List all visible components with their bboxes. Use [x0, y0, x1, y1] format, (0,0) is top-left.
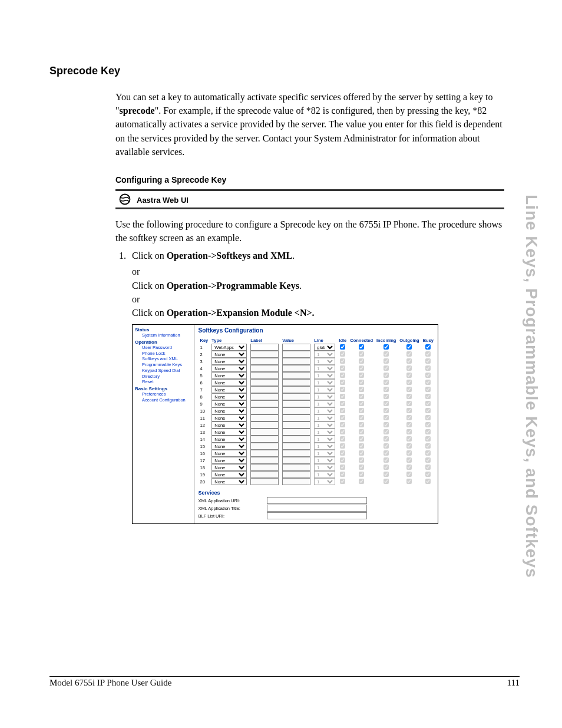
- state-checkbox: [384, 380, 389, 385]
- type-select[interactable]: None: [211, 393, 247, 400]
- type-select[interactable]: WebApps: [211, 344, 247, 351]
- line-select: 1: [314, 358, 335, 365]
- step-1-alternatives: or Click on Operation->Programmable Keys…: [132, 265, 504, 319]
- state-checkbox: [359, 380, 364, 385]
- state-checkbox: [384, 358, 389, 364]
- table-row: 18None1: [199, 464, 435, 471]
- state-checkbox: [340, 415, 345, 420]
- state-checkbox: [425, 457, 431, 463]
- column-header: Incoming: [375, 337, 398, 344]
- state-checkbox: [406, 436, 412, 442]
- state-checkbox: [384, 465, 389, 470]
- type-select[interactable]: None: [211, 443, 247, 450]
- value-input: [282, 379, 310, 386]
- type-select[interactable]: None: [211, 351, 247, 358]
- line-select: 1: [314, 450, 335, 457]
- key-cell: 1: [199, 344, 210, 351]
- or-1: or: [132, 265, 504, 278]
- type-select[interactable]: None: [211, 407, 247, 414]
- key-cell: 19: [199, 471, 210, 478]
- state-checkbox: [359, 443, 364, 449]
- nav-item[interactable]: Keypad Speed Dial: [142, 368, 193, 374]
- services-input[interactable]: [267, 512, 367, 519]
- nav-item[interactable]: Reset: [142, 379, 193, 385]
- nav-item[interactable]: User Password: [142, 345, 193, 351]
- label-input: [250, 443, 279, 450]
- table-row: 9None1: [199, 400, 435, 407]
- nav-item[interactable]: Softkeys and XML: [142, 356, 193, 362]
- services-row: XML Application Title:: [199, 505, 435, 512]
- nav-item[interactable]: Directory: [142, 374, 193, 380]
- type-select[interactable]: None: [211, 414, 247, 421]
- state-checkbox[interactable]: [359, 344, 364, 350]
- state-checkbox[interactable]: [425, 344, 431, 350]
- type-select[interactable]: None: [211, 358, 247, 365]
- state-checkbox: [406, 429, 412, 434]
- state-checkbox: [384, 422, 389, 427]
- type-select[interactable]: None: [211, 421, 247, 429]
- table-row: 7None1: [199, 386, 435, 393]
- type-select[interactable]: None: [211, 464, 247, 471]
- label-input[interactable]: [250, 344, 279, 351]
- state-checkbox: [406, 450, 412, 456]
- web-ui-band-label: Aastra Web UI: [137, 193, 189, 205]
- state-checkbox: [359, 422, 364, 427]
- type-select[interactable]: None: [211, 478, 247, 485]
- state-checkbox: [384, 450, 389, 456]
- state-checkbox: [340, 358, 345, 364]
- table-row: 13None1: [199, 429, 435, 436]
- key-cell: 6: [199, 379, 210, 386]
- state-checkbox: [359, 358, 364, 364]
- line-select: 1: [314, 351, 335, 358]
- type-select[interactable]: None: [211, 386, 247, 393]
- nav-item[interactable]: Phone Lock: [142, 351, 193, 357]
- state-checkbox: [340, 472, 345, 477]
- state-checkbox[interactable]: [384, 344, 389, 350]
- state-checkbox: [406, 457, 412, 463]
- type-select[interactable]: None: [211, 450, 247, 457]
- state-checkbox: [406, 365, 412, 371]
- state-checkbox: [384, 365, 389, 371]
- type-select[interactable]: None: [211, 457, 247, 464]
- nav-item[interactable]: Account Configuration: [142, 397, 193, 403]
- type-select[interactable]: None: [211, 471, 247, 478]
- state-checkbox: [340, 351, 345, 357]
- label-input: [250, 457, 279, 464]
- label-input: [250, 429, 279, 436]
- type-select[interactable]: None: [211, 365, 247, 372]
- state-checkbox: [384, 443, 389, 449]
- type-select[interactable]: None: [211, 400, 247, 407]
- nav-item[interactable]: System Information: [142, 332, 193, 338]
- label-input: [250, 358, 279, 365]
- state-checkbox: [425, 394, 431, 399]
- state-checkbox: [359, 436, 364, 442]
- state-checkbox: [340, 387, 345, 392]
- state-checkbox[interactable]: [340, 344, 345, 350]
- type-select[interactable]: None: [211, 436, 247, 443]
- step-1-alt-2: Click on Operation->Programmable Keys.: [132, 281, 302, 291]
- line-select: 1: [314, 407, 335, 414]
- state-checkbox: [425, 472, 431, 477]
- line-select: 1: [314, 372, 335, 379]
- state-checkbox[interactable]: [406, 344, 412, 350]
- nav-item[interactable]: Programmable Keys: [142, 362, 193, 368]
- type-select[interactable]: None: [211, 372, 247, 379]
- state-checkbox: [406, 479, 412, 484]
- table-row: 1WebAppsglobal: [199, 344, 435, 351]
- state-checkbox: [359, 373, 364, 378]
- value-input[interactable]: [282, 344, 310, 351]
- key-cell: 9: [199, 400, 210, 407]
- type-select[interactable]: None: [211, 379, 247, 386]
- state-checkbox: [384, 479, 389, 484]
- nav-item[interactable]: Preferences: [142, 391, 193, 397]
- state-checkbox: [340, 380, 345, 385]
- state-checkbox: [384, 394, 389, 399]
- state-checkbox: [340, 401, 345, 406]
- globe-icon: [119, 193, 131, 205]
- services-input[interactable]: [267, 505, 367, 512]
- state-checkbox: [406, 415, 412, 420]
- table-row: 3None1: [199, 358, 435, 365]
- type-select[interactable]: None: [211, 429, 247, 436]
- services-input[interactable]: [267, 497, 367, 504]
- line-select[interactable]: global: [314, 344, 335, 351]
